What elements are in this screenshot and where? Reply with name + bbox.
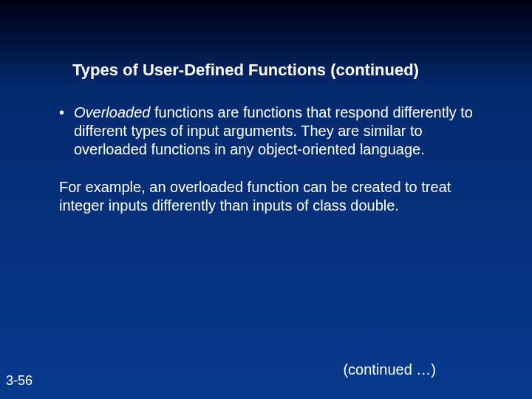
bullet-item: • Overloaded functions are functions tha… <box>59 103 473 159</box>
paragraph-2: For example, an overloaded function can … <box>59 178 473 215</box>
slide-body: • Overloaded functions are functions tha… <box>59 103 473 215</box>
bullet-text: Overloaded functions are functions that … <box>74 103 473 159</box>
slide-title: Types of User-Defined Functions (continu… <box>72 61 488 80</box>
slide: Types of User-Defined Functions (continu… <box>0 0 532 399</box>
bullet-lead-word: Overloaded <box>74 104 150 120</box>
page-number: 3-56 <box>6 373 33 389</box>
continued-label: (continued …) <box>343 361 436 378</box>
bullet-dot-icon: • <box>59 103 74 159</box>
